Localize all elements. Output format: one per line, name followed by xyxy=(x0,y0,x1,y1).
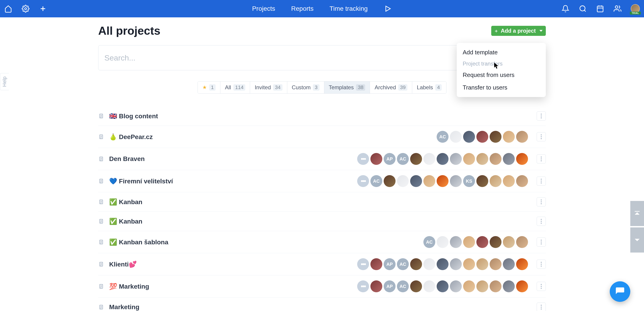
member-avatar[interactable] xyxy=(450,131,462,143)
member-avatar[interactable] xyxy=(437,153,448,165)
member-avatar[interactable] xyxy=(424,280,435,292)
member-avatar[interactable] xyxy=(476,236,488,248)
project-row[interactable]: Den Braven•••APAC xyxy=(98,148,546,170)
nav-reports[interactable]: Reports xyxy=(291,5,314,12)
member-avatar[interactable] xyxy=(463,236,475,248)
tab-all[interactable]: All114 xyxy=(220,82,250,94)
member-avatar[interactable] xyxy=(490,236,502,248)
member-avatar[interactable] xyxy=(490,280,502,292)
member-avatar[interactable]: KS xyxy=(463,175,475,187)
member-avatar[interactable]: AC xyxy=(397,258,409,270)
member-avatar[interactable] xyxy=(437,175,448,187)
member-avatar[interactable]: AC xyxy=(370,175,382,187)
member-avatar[interactable]: AP xyxy=(384,153,396,165)
chat-fab[interactable] xyxy=(610,281,630,302)
project-row[interactable]: 🇬🇧 Blog content xyxy=(98,106,546,126)
member-avatar[interactable] xyxy=(503,280,515,292)
member-avatar[interactable] xyxy=(370,153,382,165)
member-avatar[interactable] xyxy=(384,175,396,187)
add-project-button[interactable]: ＋ Add a project xyxy=(491,26,546,36)
member-avatar[interactable] xyxy=(370,280,382,292)
more-members[interactable]: ••• xyxy=(357,175,369,187)
member-avatar[interactable] xyxy=(410,280,422,292)
member-avatar[interactable] xyxy=(516,280,528,292)
member-avatar[interactable] xyxy=(450,175,462,187)
project-row[interactable]: ✅ Kanban šablonaAC xyxy=(98,231,546,253)
project-row[interactable]: Marketing xyxy=(98,298,546,311)
member-avatar[interactable] xyxy=(463,280,475,292)
row-menu-button[interactable] xyxy=(537,154,546,164)
member-avatar[interactable] xyxy=(370,258,382,270)
tab-invited[interactable]: Invited34 xyxy=(250,82,287,94)
member-avatar[interactable] xyxy=(503,258,515,270)
tab-starred[interactable]: ★1 xyxy=(198,82,220,94)
member-avatar[interactable] xyxy=(476,153,488,165)
member-avatar[interactable]: AP xyxy=(384,280,396,292)
row-menu-button[interactable] xyxy=(537,238,546,246)
member-avatar[interactable] xyxy=(476,131,488,143)
dropdown-transfer-to-users[interactable]: Transfer to users xyxy=(457,81,546,94)
member-avatar[interactable] xyxy=(437,236,448,248)
member-avatar[interactable] xyxy=(503,236,515,248)
member-avatar[interactable] xyxy=(516,258,528,270)
member-avatar[interactable] xyxy=(490,175,502,187)
member-avatar[interactable]: AC xyxy=(397,280,409,292)
project-row[interactable]: 💙 Firemní velitelství•••ACKS xyxy=(98,170,546,192)
more-members[interactable]: ••• xyxy=(357,153,369,165)
nav-time-tracking[interactable]: Time tracking xyxy=(330,5,368,12)
tab-custom[interactable]: Custom3 xyxy=(287,82,324,94)
member-avatar[interactable] xyxy=(490,153,502,165)
member-avatar[interactable] xyxy=(424,258,435,270)
project-row[interactable]: 💯 Marketing•••APAC xyxy=(98,276,546,298)
more-members[interactable]: ••• xyxy=(357,280,369,292)
member-avatar[interactable] xyxy=(476,280,488,292)
row-menu-button[interactable] xyxy=(537,132,546,141)
scroll-down-button[interactable] xyxy=(630,228,644,252)
search-icon[interactable] xyxy=(579,4,587,13)
member-avatar[interactable] xyxy=(516,236,528,248)
avatar[interactable]: TRIAL xyxy=(631,4,640,13)
member-avatar[interactable] xyxy=(410,258,422,270)
member-avatar[interactable] xyxy=(397,175,409,187)
row-menu-button[interactable] xyxy=(537,302,546,311)
member-avatar[interactable] xyxy=(516,131,528,143)
tab-archived[interactable]: Archived39 xyxy=(370,82,412,94)
member-avatar[interactable] xyxy=(516,153,528,165)
tab-templates[interactable]: Templates38 xyxy=(324,82,370,94)
tab-labels[interactable]: Labels4 xyxy=(412,82,446,94)
help-tab[interactable]: Help xyxy=(0,73,9,90)
member-avatar[interactable] xyxy=(463,258,475,270)
member-avatar[interactable]: AP xyxy=(384,258,396,270)
scroll-up-button[interactable] xyxy=(630,201,644,226)
project-row[interactable]: ✅ Kanban xyxy=(98,212,546,231)
member-avatar[interactable]: AC xyxy=(437,131,448,143)
member-avatar[interactable] xyxy=(410,153,422,165)
member-avatar[interactable] xyxy=(503,175,515,187)
bell-icon[interactable] xyxy=(561,4,570,13)
dropdown-request-from-users[interactable]: Request from users xyxy=(457,69,546,81)
member-avatar[interactable] xyxy=(450,153,462,165)
play-icon[interactable] xyxy=(384,4,392,13)
member-avatar[interactable] xyxy=(463,131,475,143)
member-avatar[interactable] xyxy=(424,175,435,187)
row-menu-button[interactable] xyxy=(537,176,546,186)
member-avatar[interactable] xyxy=(450,280,462,292)
member-avatar[interactable] xyxy=(450,236,462,248)
member-avatar[interactable] xyxy=(410,175,422,187)
member-avatar[interactable] xyxy=(424,153,435,165)
member-avatar[interactable] xyxy=(450,258,462,270)
member-avatar[interactable] xyxy=(503,153,515,165)
member-avatar[interactable] xyxy=(437,258,448,270)
member-avatar[interactable] xyxy=(463,153,475,165)
member-avatar[interactable] xyxy=(476,258,488,270)
member-avatar[interactable] xyxy=(490,131,502,143)
member-avatar[interactable] xyxy=(476,175,488,187)
row-menu-button[interactable] xyxy=(537,282,546,291)
project-row[interactable]: 🍐 DeePear.czAC xyxy=(98,126,546,148)
more-members[interactable]: ••• xyxy=(357,258,369,270)
plus-icon[interactable] xyxy=(39,4,47,13)
home-icon[interactable] xyxy=(4,4,12,13)
project-row[interactable]: ✅ Kanban xyxy=(98,192,546,212)
member-avatar[interactable] xyxy=(516,175,528,187)
dropdown-add-template[interactable]: Add template xyxy=(457,46,546,59)
